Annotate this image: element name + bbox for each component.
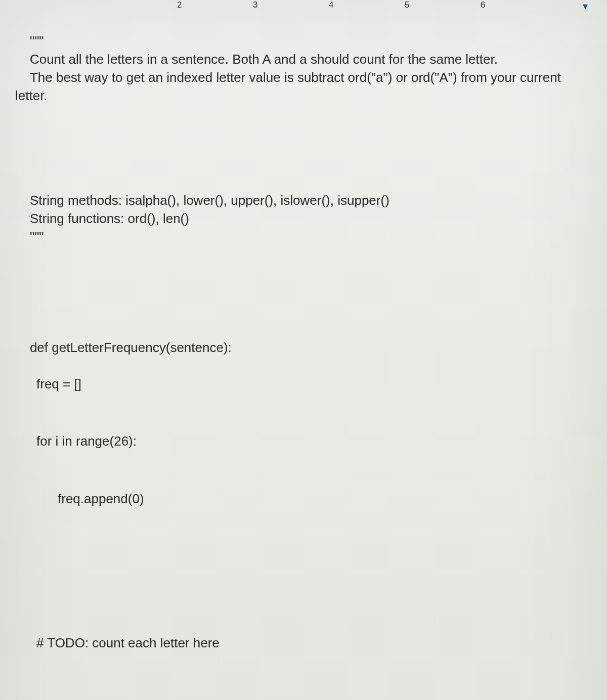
ruler-mark: 3 xyxy=(253,0,257,10)
editor-content[interactable]: """ Count all the letters in a sentence.… xyxy=(15,14,592,700)
code-freq-init: freq = [] xyxy=(15,375,592,393)
docstring-close: """ xyxy=(30,229,44,244)
page: 2 3 4 5 6 ▾ """ Count all the letters in… xyxy=(0,0,607,700)
ruler: 2 3 4 5 6 ▾ xyxy=(15,0,592,12)
intro-line: Count all the letters in a sentence. Bot… xyxy=(30,52,498,67)
intro-line: The best way to get an indexed letter va… xyxy=(15,70,565,103)
code-for: for i in range(26): xyxy=(15,432,592,451)
code-todo: # TODO: count each letter here xyxy=(15,634,592,652)
ruler-arrow-icon[interactable]: ▾ xyxy=(583,0,588,12)
string-functions-hint: String functions: ord(), len() xyxy=(30,211,189,226)
ruler-mark: 5 xyxy=(405,0,409,10)
code-append: freq.append(0) xyxy=(15,490,592,508)
ruler-mark: 4 xyxy=(329,0,333,10)
docstring-open: """ xyxy=(30,33,44,49)
ruler-mark: 6 xyxy=(481,0,485,10)
ruler-mark: 2 xyxy=(177,0,182,10)
string-methods-hint: String methods: isalpha(), lower(), uppe… xyxy=(30,193,389,208)
code-def: def getLetterFrequency(sentence): xyxy=(30,340,232,355)
